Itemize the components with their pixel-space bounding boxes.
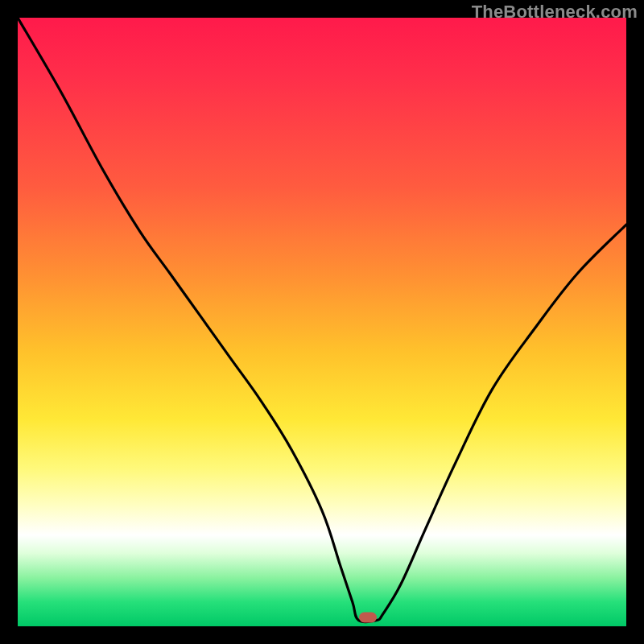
bottleneck-curve bbox=[18, 18, 626, 626]
chart-frame: TheBottleneck.com bbox=[0, 0, 644, 644]
watermark-text: TheBottleneck.com bbox=[472, 2, 638, 23]
plot-area bbox=[18, 18, 626, 626]
curve-path bbox=[18, 18, 626, 622]
bottleneck-marker bbox=[359, 613, 377, 623]
